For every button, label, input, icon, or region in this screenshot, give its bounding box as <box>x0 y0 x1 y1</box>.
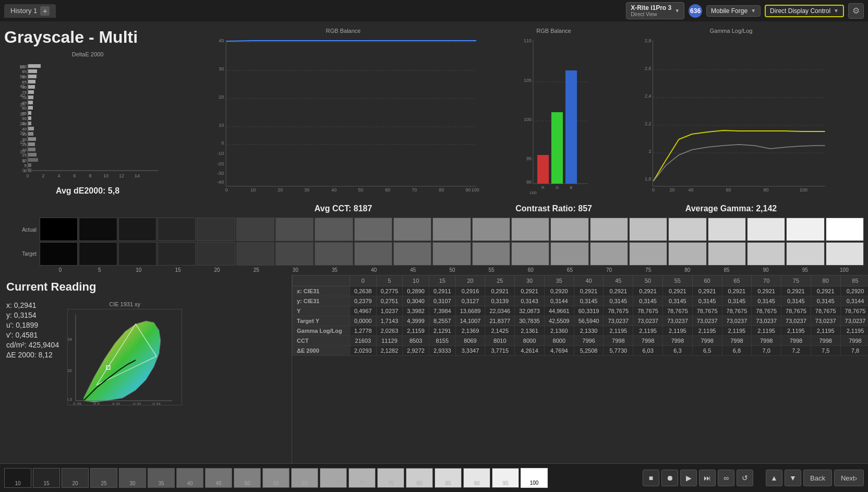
table-cell: 6,3 <box>662 346 692 356</box>
table-cell: 2,1195 <box>811 326 840 336</box>
play-button[interactable]: ▶ <box>680 470 697 486</box>
nav-swatch[interactable]: 45 <box>205 468 232 488</box>
up-arrow-button[interactable]: ▲ <box>766 470 782 486</box>
table-cell: 78,7675 <box>722 306 752 316</box>
swatch-target <box>118 242 156 266</box>
nav-swatch[interactable]: 20 <box>62 468 89 488</box>
nav-swatch[interactable]: 10 <box>4 468 31 488</box>
settings-button[interactable]: ⚙ <box>848 3 864 19</box>
add-tab-button[interactable]: + <box>40 6 50 16</box>
svg-text:55: 55 <box>22 111 27 116</box>
nav-swatch[interactable]: 100 <box>521 468 548 488</box>
swatch-column <box>668 218 706 266</box>
swatch-target <box>158 242 196 266</box>
table-cell: 78,7675 <box>633 306 663 316</box>
history-tab[interactable]: History 1 + <box>4 4 56 18</box>
table-cell: 1,0237 <box>376 306 403 316</box>
swatch-actual <box>236 218 274 241</box>
svg-rect-40 <box>28 158 38 162</box>
table-row: ΔE 20002,02932,12822,92722,93333,33473,7… <box>293 346 869 356</box>
nav-swatch[interactable]: 30 <box>119 468 146 488</box>
svg-text:0,33: 0,33 <box>152 402 161 405</box>
table-cell: 1,2778 <box>350 326 377 336</box>
swatch-target <box>472 242 510 266</box>
nav-swatch[interactable]: 80 <box>406 468 433 488</box>
svg-text:40: 40 <box>22 127 27 131</box>
cie-diagram: 0,29 0,3 0,31 0,32 0,33 0,3 0,32 0,34 <box>67 309 182 405</box>
table-cell: 2,9333 <box>429 346 455 356</box>
table-cell: 7998 <box>811 336 840 346</box>
table-cell: 73,0237 <box>692 316 722 326</box>
svg-text:40: 40 <box>219 38 224 43</box>
nav-swatch[interactable]: 15 <box>33 468 60 488</box>
device-selector[interactable]: X-Rite i1Pro 3 Direct View ▼ <box>626 2 684 19</box>
record-button[interactable]: ⏺ <box>661 470 678 486</box>
rgb-balance1-title: RGB Balance <box>177 28 509 34</box>
nav-swatch[interactable]: 85 <box>435 468 462 488</box>
nav-swatch[interactable]: 25 <box>90 468 117 488</box>
table-cell: 2,1195 <box>840 326 868 336</box>
svg-rect-39 <box>28 153 37 157</box>
nav-swatch[interactable]: 35 <box>148 468 175 488</box>
nav-swatch[interactable]: 95 <box>492 468 519 488</box>
nav-swatch[interactable]: 70 <box>348 468 376 488</box>
back-button[interactable]: Back <box>803 470 832 486</box>
table-cell: 0,3145 <box>752 296 781 306</box>
row-label: ΔE 2000 <box>293 346 350 356</box>
swatch-column <box>393 218 431 266</box>
table-cell: 0,3127 <box>455 296 485 306</box>
nav-swatch[interactable]: 65 <box>320 468 347 488</box>
nav-swatch[interactable]: 75 <box>377 468 404 488</box>
table-cell: 13,6689 <box>455 306 485 316</box>
table-header-cell: 0 <box>350 275 377 286</box>
device-name: X-Rite i1Pro 3 Direct View <box>631 4 671 17</box>
swatch-number: 10 <box>119 267 158 273</box>
swatch-column <box>197 218 235 266</box>
end-button[interactable]: ⏭ <box>699 470 716 486</box>
refresh-button[interactable]: ↺ <box>737 470 753 486</box>
next-button[interactable]: Next › <box>834 470 864 486</box>
table-cell: 0,2921 <box>574 286 604 296</box>
stop-button[interactable]: ■ <box>643 470 659 486</box>
direct-display-arrow: ▼ <box>834 8 839 14</box>
table-cell: 0,2379 <box>350 296 377 306</box>
table-cell: 73,0237 <box>722 316 752 326</box>
svg-text:65: 65 <box>22 101 27 105</box>
svg-text:2: 2 <box>648 149 651 154</box>
swatch-actual <box>629 218 667 241</box>
direct-display-control[interactable]: Direct Display Control ▼ <box>765 5 844 17</box>
table-cell: 2,1425 <box>485 326 515 336</box>
swatch-target <box>236 242 274 266</box>
swatch-column <box>590 218 628 266</box>
swatch-column <box>79 218 117 266</box>
down-arrow-button[interactable]: ▼ <box>785 470 801 486</box>
table-cell: 0,2920 <box>544 286 574 296</box>
swatch-number: 20 <box>198 267 237 273</box>
nav-swatch[interactable]: 90 <box>463 468 490 488</box>
svg-text:-40: -40 <box>217 179 224 185</box>
svg-text:95: 95 <box>22 69 27 74</box>
table-cell: 0,2638 <box>350 286 377 296</box>
table-cell: 0,3145 <box>662 296 692 306</box>
table-cell: 0,3145 <box>633 296 663 306</box>
table-cell: 8,2557 <box>429 316 455 326</box>
table-cell: 7998 <box>722 336 752 346</box>
svg-text:30: 30 <box>304 187 309 193</box>
nav-swatch[interactable]: 55 <box>262 468 290 488</box>
swatch-target <box>826 242 864 266</box>
nav-swatch[interactable]: 50 <box>234 468 261 488</box>
svg-text:70: 70 <box>412 187 417 193</box>
table-cell: 7996 <box>574 336 604 346</box>
svg-text:10: 10 <box>250 187 256 193</box>
forge-selector[interactable]: Mobile Forge ▼ <box>706 5 761 17</box>
avg-gamma-label: Average Gamma: 2,142 <box>598 204 864 213</box>
swatch-number: 35 <box>315 267 354 273</box>
nav-swatch[interactable]: 60 <box>291 468 318 488</box>
swatch-column <box>236 218 274 266</box>
main-content: Grayscale - Multi DeltaE 2000 0 5 10 15 … <box>0 21 868 492</box>
svg-text:-10: -10 <box>217 151 224 156</box>
svg-text:2,4: 2,4 <box>645 93 652 99</box>
loop-button[interactable]: ∞ <box>718 470 734 486</box>
svg-text:2,2: 2,2 <box>645 121 652 126</box>
nav-swatch[interactable]: 40 <box>176 468 203 488</box>
